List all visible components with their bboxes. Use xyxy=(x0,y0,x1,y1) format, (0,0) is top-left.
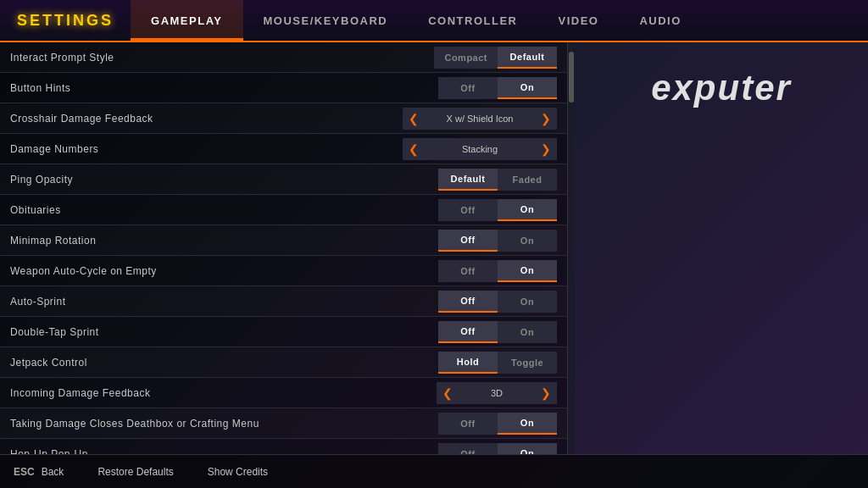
toggle-interact-prompt: Compact Default xyxy=(434,47,557,69)
restore-label: Restore Defaults xyxy=(97,466,173,478)
esc-key: ESC xyxy=(14,466,35,478)
setting-label-taking-damage: Taking Damage Closes Deathbox or Craftin… xyxy=(10,418,438,430)
settings-panel: Interact Prompt Style Compact Default Bu… xyxy=(0,42,568,454)
toggle-ping-faded[interactable]: Faded xyxy=(498,169,557,191)
page-title: SETTINGS xyxy=(0,12,131,30)
arrow-damage-numbers: ❮ Stacking ❯ xyxy=(403,138,557,160)
toggle-compact[interactable]: Compact xyxy=(434,47,498,69)
right-panel: exputer xyxy=(575,42,868,454)
setting-label-obituaries: Obituaries xyxy=(10,204,438,216)
arrow-left-crosshair[interactable]: ❮ xyxy=(403,108,425,130)
setting-row-crosshair: Crosshair Damage Feedback ❮ X w/ Shield … xyxy=(0,103,567,134)
setting-row-autocycle: Weapon Auto-Cycle on Empty Off On xyxy=(0,256,567,286)
toggle-on-hints[interactable]: On xyxy=(498,77,557,99)
setting-label-minimap: Minimap Rotation xyxy=(10,235,438,247)
toggle-ping-default[interactable]: Default xyxy=(438,169,498,191)
setting-row-doubletap: Double-Tap Sprint Off On xyxy=(0,317,567,347)
back-label: Back xyxy=(42,466,64,478)
toggle-taking-damage: Off On xyxy=(438,413,557,435)
tab-gameplay[interactable]: GAMEPLAY xyxy=(131,0,242,41)
arrow-left-incoming[interactable]: ❮ xyxy=(437,382,459,404)
setting-label-hopup: Hop-Up Pop-Up xyxy=(10,448,438,455)
tab-mouse-keyboard[interactable]: MOUSE/KEYBOARD xyxy=(243,0,409,41)
toggle-hopup-on[interactable]: On xyxy=(498,443,557,455)
scrollbar-thumb[interactable] xyxy=(569,52,574,103)
tab-controller[interactable]: CONTROLLER xyxy=(408,0,537,41)
setting-label-autocycle: Weapon Auto-Cycle on Empty xyxy=(10,265,438,277)
setting-label-jetpack: Jetpack Control xyxy=(10,357,438,369)
setting-row-autosprint: Auto-Sprint Off On xyxy=(0,286,567,317)
setting-row-obituaries: Obituaries Off On xyxy=(0,195,567,225)
value-incoming-damage: 3D xyxy=(459,382,535,404)
setting-row-ping-opacity: Ping Opacity Default Faded xyxy=(0,164,567,195)
toggle-button-hints: Off On xyxy=(438,77,557,99)
setting-row-button-hints: Button Hints Off On xyxy=(0,73,567,103)
toggle-hopup-off[interactable]: Off xyxy=(438,443,498,455)
setting-label-damage-numbers: Damage Numbers xyxy=(10,143,403,155)
setting-label-incoming-damage: Incoming Damage Feedback xyxy=(10,387,437,399)
toggle-autosprint-on[interactable]: On xyxy=(498,291,557,313)
setting-row-minimap: Minimap Rotation Off On xyxy=(0,225,567,256)
toggle-autosprint-off[interactable]: Off xyxy=(438,291,498,313)
arrow-incoming-damage: ❮ 3D ❯ xyxy=(437,382,557,404)
arrow-right-incoming[interactable]: ❯ xyxy=(535,382,557,404)
toggle-minimap-off[interactable]: Off xyxy=(438,230,498,252)
toggle-taking-off[interactable]: Off xyxy=(438,413,498,435)
toggle-off-hints[interactable]: Off xyxy=(438,77,498,99)
setting-row-jetpack: Jetpack Control Hold Toggle xyxy=(0,347,567,378)
setting-label-doubletap: Double-Tap Sprint xyxy=(10,326,438,338)
toggle-jetpack-toggle[interactable]: Toggle xyxy=(498,352,557,374)
arrow-right-damage[interactable]: ❯ xyxy=(535,138,557,160)
toggle-autosprint: Off On xyxy=(438,291,557,313)
setting-row-taking-damage: Taking Damage Closes Deathbox or Craftin… xyxy=(0,408,567,439)
toggle-jetpack-hold[interactable]: Hold xyxy=(438,352,498,374)
footer-restore[interactable]: Restore Defaults xyxy=(97,466,173,478)
value-damage-numbers: Stacking xyxy=(425,138,535,160)
toggle-doubletap-off[interactable]: Off xyxy=(438,321,498,343)
footer: ESC Back Restore Defaults Show Credits xyxy=(0,454,868,488)
tab-audio[interactable]: AUDIO xyxy=(619,0,701,41)
toggle-autocycle: Off On xyxy=(438,260,557,282)
arrow-right-crosshair[interactable]: ❯ xyxy=(535,108,557,130)
toggle-autocycle-on[interactable]: On xyxy=(498,260,557,282)
footer-back[interactable]: ESC Back xyxy=(14,466,64,478)
arrow-crosshair: ❮ X w/ Shield Icon ❯ xyxy=(403,108,557,130)
setting-label-crosshair: Crosshair Damage Feedback xyxy=(10,113,403,125)
tab-video[interactable]: VIDEO xyxy=(537,0,619,41)
main-content: Interact Prompt Style Compact Default Bu… xyxy=(0,42,868,454)
toggle-minimap-on[interactable]: On xyxy=(498,230,557,252)
toggle-minimap: Off On xyxy=(438,230,557,252)
credits-label: Show Credits xyxy=(208,466,268,478)
toggle-obituaries-on[interactable]: On xyxy=(498,199,557,221)
setting-row-interact-prompt: Interact Prompt Style Compact Default xyxy=(0,42,567,73)
setting-row-hopup: Hop-Up Pop-Up Off On xyxy=(0,439,567,454)
setting-label-autosprint: Auto-Sprint xyxy=(10,296,438,308)
toggle-taking-on[interactable]: On xyxy=(498,413,557,435)
header: SETTINGS GAMEPLAY MOUSE/KEYBOARD CONTROL… xyxy=(0,0,868,42)
toggle-default[interactable]: Default xyxy=(498,47,557,69)
toggle-doubletap: Off On xyxy=(438,321,557,343)
toggle-obituaries-off[interactable]: Off xyxy=(438,199,498,221)
toggle-hopup: Off On xyxy=(438,443,557,455)
toggle-obituaries: Off On xyxy=(438,199,557,221)
toggle-jetpack: Hold Toggle xyxy=(438,352,557,374)
setting-row-incoming-damage: Incoming Damage Feedback ❮ 3D ❯ xyxy=(0,378,567,408)
setting-row-damage-numbers: Damage Numbers ❮ Stacking ❯ xyxy=(0,134,567,164)
nav-tabs: GAMEPLAY MOUSE/KEYBOARD CONTROLLER VIDEO… xyxy=(131,0,868,41)
setting-label-ping-opacity: Ping Opacity xyxy=(10,174,438,186)
toggle-ping-opacity: Default Faded xyxy=(438,169,557,191)
value-crosshair: X w/ Shield Icon xyxy=(425,108,535,130)
scrollbar[interactable] xyxy=(568,42,575,454)
toggle-doubletap-on[interactable]: On xyxy=(498,321,557,343)
arrow-left-damage[interactable]: ❮ xyxy=(403,138,425,160)
exputer-logo: exputer xyxy=(651,68,792,108)
footer-credits[interactable]: Show Credits xyxy=(208,466,268,478)
toggle-autocycle-off[interactable]: Off xyxy=(438,260,498,282)
setting-label-button-hints: Button Hints xyxy=(10,82,438,94)
setting-label-interact-prompt: Interact Prompt Style xyxy=(10,52,434,64)
